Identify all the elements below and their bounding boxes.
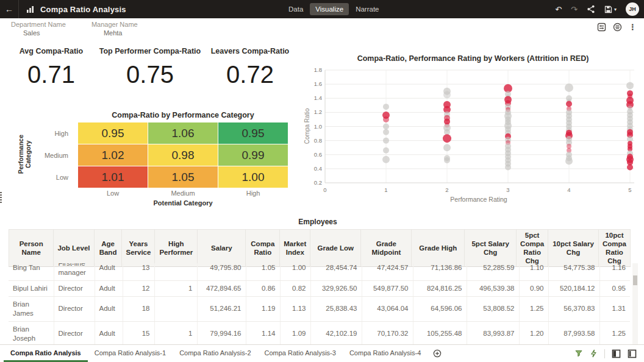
heatmap-cell[interactable]: 0.98 [148,144,218,166]
canvas-tab[interactable]: Compa Ratio Analysis-3 [258,345,343,362]
table-column-header[interactable]: 10pct Salary Chg [548,230,599,267]
table-column-header[interactable]: Salary [198,230,246,267]
canvas-tab[interactable]: Compa Ratio Analysis-2 [173,345,257,362]
scatter-point-worker[interactable] [383,129,389,135]
panel-resize-grip[interactable] [0,192,2,203]
scatter-point-worker[interactable] [382,156,390,163]
table-row[interactable]: Bing TanFirst-line managerAdult1349,795.… [9,263,630,280]
kpi-top-performer-compa-ratio[interactable]: Top Performer Compa-Ratio 0.75 [95,47,205,88]
canvas-tab[interactable]: Compa Ratio Analysis-1 [88,345,173,362]
table-column-header[interactable]: 10pct Compa Ratio Chg [598,230,630,267]
undo-icon[interactable]: ↶ [555,5,562,13]
heatmap-cell[interactable]: 1.00 [218,166,288,188]
filter-manager-name[interactable]: Manager Name Mehta [91,21,138,37]
table-column-header[interactable]: Market Index [280,230,310,267]
scatter-point-worker[interactable] [443,144,451,151]
tab-visualize[interactable]: Visualize [310,3,349,15]
table-column-header[interactable]: Grade Midpoint [361,230,412,267]
left-panel-toggle-icon[interactable] [612,349,621,358]
scatter-y-axis-label: Compa Ratio [304,108,310,144]
table-body: Bing TanFirst-line managerAdult1349,795.… [9,263,631,345]
canvas-tab[interactable]: Compa Ratio Analysis-4 [343,345,428,362]
heatmap-col-label: Low [78,190,148,197]
user-avatar[interactable]: JH [626,2,639,16]
tab-narrate[interactable]: Narrate [350,3,384,15]
applied-filters-icon[interactable] [613,23,622,32]
scatter-point-worker[interactable] [505,165,511,171]
scatter-point-attrition[interactable] [383,116,389,122]
add-canvas-button[interactable] [428,345,447,362]
heatmap-title: Compa-Ratio by Performance Category [78,111,288,119]
auto-insights-icon[interactable] [590,349,598,358]
table-cell: 1.25 [599,321,630,345]
table-column-header[interactable]: Grade High [412,230,465,267]
table-scrollbar[interactable] [632,263,638,345]
scatter-title: Compa-Ratio, Performance Rating by Worke… [302,54,644,63]
kpi-title: Top Performer Compa-Ratio [95,47,205,55]
scatter-plot-area[interactable]: 0.20.40.60.81.01.21.41.61.8012345Compa R… [302,64,644,209]
filter-value[interactable]: Mehta [91,29,138,37]
scatter-point-worker[interactable] [383,147,389,154]
canvas-tab[interactable]: Compa Ratio Analysis [4,345,88,362]
heatmap-cell[interactable]: 1.02 [78,144,148,166]
heatmap-cell[interactable]: 1.06 [148,122,218,144]
scatter-point-worker[interactable] [565,83,573,92]
table-scrollbar-thumb[interactable] [633,275,637,285]
right-panel-toggle-icon[interactable] [628,349,637,358]
table-cell: 549,877.50 [362,280,413,296]
mode-tabs: Data Visualize Narrate [283,0,384,18]
heatmap-cell[interactable]: 1.05 [148,166,218,188]
scatter-point-attrition[interactable] [566,101,572,107]
save-icon[interactable] [604,5,612,13]
scatter-point-attrition[interactable] [567,144,571,149]
scatter-point-worker[interactable] [565,157,573,165]
save-menu-caret-icon[interactable]: ▾ [614,7,617,12]
heatmap-x-axis-label: Potential Category [78,199,288,207]
table-row[interactable]: Brian JamesDirectorAdult1851,246.211.191… [9,296,630,321]
table-column-header[interactable]: Grade Low [310,230,361,267]
scatter-point-attrition[interactable] [443,134,451,143]
table-column-header[interactable]: Person Name [9,230,54,267]
back-button[interactable]: ← [0,0,19,18]
heatmap-cell[interactable]: 1.01 [78,166,148,188]
filter-canvas-icon[interactable] [574,349,583,358]
heatmap-cell[interactable]: 0.95 [218,122,288,144]
filter-department-name[interactable]: Department Name Sales [11,21,66,37]
share-icon[interactable] [587,5,595,13]
app-window: ← Compa Ratio Analysis Data Visualize Na… [0,0,644,362]
table-cell: 28,454.74 [310,263,362,280]
table-cell: 51,246.21 [197,296,246,321]
limit-values-icon[interactable] [597,23,606,32]
table-row[interactable]: Bipul LahiriDirectorAdult121472,894.650.… [9,280,630,296]
table-cell: 0.95 [599,280,630,296]
kpi-leavers-compa-ratio[interactable]: Leavers Compa-Ratio 0.72 [201,47,299,88]
scatter-point-worker[interactable] [626,82,634,89]
scatter-point-worker[interactable] [383,104,389,110]
filter-bar-menu-icon[interactable]: ⋮ [629,23,637,32]
filter-value[interactable]: Sales [11,29,66,37]
redo-icon[interactable]: ↷ [571,5,578,13]
table-column-header[interactable]: 5pct Salary Chg [465,230,517,267]
y-tick-label: 1.4 [314,94,322,101]
y-tick-label: 1.0 [314,123,322,130]
y-tick-label: 0.4 [314,165,322,172]
scatter-point-attrition[interactable] [627,165,633,171]
scatter-point-worker[interactable] [443,91,451,98]
scatter-point-worker[interactable] [444,157,450,163]
table-column-header[interactable]: Compa Ratio [246,230,280,267]
heatmap-cell[interactable]: 0.95 [78,122,148,144]
heatmap-cell[interactable]: 0.99 [218,144,288,166]
table-column-header[interactable]: 5pct Compa Ratio Chg [517,230,548,267]
table-row[interactable]: Brian JosephDirectorAdult15179,994.161.1… [9,321,630,345]
table-cell: 1.31 [599,296,630,321]
scatter-point-worker[interactable] [383,138,389,144]
tab-data[interactable]: Data [283,3,309,15]
table-column-header[interactable]: Job Level [54,230,94,267]
kpi-avg-compa-ratio[interactable]: Avg Compa-Ratio 0.71 [9,47,94,88]
table-cell: Director [54,296,95,321]
table-column-header[interactable]: Years Service [122,230,155,267]
x-tick-label: 5 [628,186,631,193]
table-column-header[interactable]: Age Band [94,230,122,267]
table-column-header[interactable]: High Performer [155,230,198,267]
scatter-point-worker[interactable] [383,124,389,130]
